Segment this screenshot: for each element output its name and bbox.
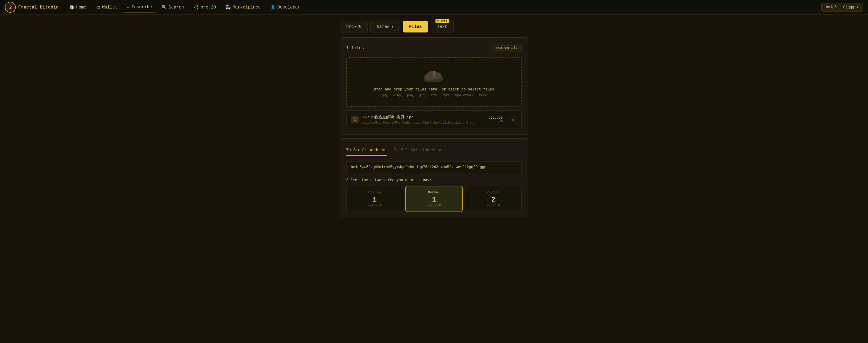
remove-all-button[interactable]: remove all: [492, 44, 522, 52]
marketplace-icon: 🏪: [226, 5, 231, 10]
chevron-down-icon: ▾: [391, 24, 394, 29]
developer-icon: 👤: [270, 5, 276, 10]
nav-inscribe[interactable]: ✏️ Inscribe: [123, 2, 156, 12]
nav-home[interactable]: 🏠 Home: [65, 2, 91, 12]
nav-search[interactable]: 🔍 Search: [157, 2, 188, 12]
nav-marketplace[interactable]: 🏪 Marketplace: [221, 2, 265, 12]
card-header: 1 files remove all: [346, 44, 522, 52]
wallet-address-button[interactable]: bc1p5...0jggg ▾: [821, 3, 863, 11]
upload-icon: [353, 67, 515, 84]
tab-single-address[interactable]: To Single Address: [346, 145, 386, 156]
nav-developer[interactable]: 👤 Developer: [266, 2, 305, 12]
address-card: To Single Address To Multiple Addresses …: [340, 138, 528, 218]
nav-wallet[interactable]: 🗂 Wallet: [92, 2, 122, 12]
wallet-icon: 🗂: [96, 5, 100, 10]
file-remove-button[interactable]: ✕: [509, 116, 517, 123]
logo-icon: ₿: [5, 2, 16, 13]
address-input[interactable]: [346, 161, 522, 173]
fee-economy[interactable]: Economy 1 sats/vB: [346, 186, 403, 212]
fee-custom[interactable]: Custom 2 sats/vB: [465, 186, 522, 212]
tab-text[interactable]: 5-byte Text: [431, 21, 454, 32]
svg-point-6: [425, 73, 433, 80]
search-icon: 🔍: [162, 5, 167, 10]
fee-options: Economy 1 sats/vB Normal 1 sats/vB Custo…: [346, 186, 522, 212]
navbar: ₿ Fractal Bitcoin 🏠 Home 🗂 Wallet ✏️ Ins…: [0, 0, 868, 14]
tab-brc20[interactable]: brc-20: [340, 21, 368, 32]
dropzone-text: Drag and drop your files here, or click …: [353, 88, 515, 92]
file-number: 1: [351, 116, 359, 123]
file-name: 56781看热点解读 拷贝.jpg: [362, 114, 485, 120]
tab-multiple-addresses[interactable]: To Multiple Addresses: [394, 145, 444, 156]
file-size: 256.970 KB: [489, 116, 503, 123]
files-count: 1 files: [346, 45, 364, 50]
logo[interactable]: ₿ Fractal Bitcoin: [5, 2, 59, 13]
tab-files[interactable]: Files: [403, 21, 428, 32]
address-tabs: To Single Address To Multiple Addresses: [346, 145, 522, 156]
tab-bar: brc-20 Names ▾ Files 5-byte Text: [340, 21, 528, 32]
logo-text: Fractal Bitcoin: [18, 5, 59, 10]
file-address: bc1p5yw52vg69mlrs95yyx4gd9chqtlqp76at2d3…: [362, 121, 485, 125]
home-icon: 🏠: [69, 5, 74, 10]
tab-names[interactable]: Names ▾: [370, 21, 400, 32]
file-item: 1 56781看热点解读 拷贝.jpg bc1p5yw52vg69mlrs95y…: [346, 110, 522, 128]
wallet-address-text: bc1p5...0jggg ▾: [826, 5, 859, 9]
dropzone-formats: .jpg, .webp, .png, .gif, .txt, .mp3, .mp…: [353, 94, 515, 97]
file-info: 56781看热点解读 拷贝.jpg bc1p5yw52vg69mlrs95yyx…: [362, 114, 485, 125]
fee-normal[interactable]: Normal 1 sats/vB: [405, 186, 462, 212]
inscribe-container: brc-20 Names ▾ Files 5-byte Text 1 files…: [340, 21, 528, 222]
svg-text:₿: ₿: [9, 5, 11, 10]
inscribe-icon: ✏️: [127, 4, 130, 9]
brc20-icon: {}: [194, 5, 199, 10]
nav-brc20[interactable]: {} brc-20: [189, 2, 220, 12]
main-content: brc-20 Names ▾ Files 5-byte Text 1 files…: [0, 14, 868, 228]
files-card: 1 files remove all: [340, 37, 528, 135]
fee-label: Select the network fee you want to pay:: [346, 178, 522, 182]
tab-text-badge: 5-byte: [435, 19, 448, 23]
dropzone[interactable]: Drag and drop your files here, or click …: [346, 57, 522, 107]
